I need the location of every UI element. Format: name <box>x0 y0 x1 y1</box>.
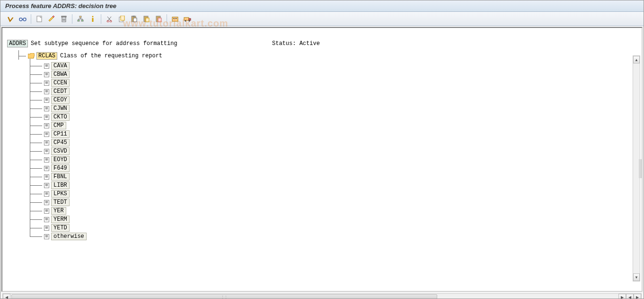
expand-icon[interactable]: ⊞ <box>44 72 49 77</box>
tree-leaf[interactable]: ⊞CP45 <box>30 138 637 147</box>
leaf-label: EOYD <box>51 156 70 163</box>
tree-leaf[interactable]: ⊞FBNL <box>30 172 637 181</box>
pin-button[interactable] <box>141 14 151 24</box>
leaf-label: CEDT <box>51 88 70 95</box>
toolbar-separator <box>101 14 101 24</box>
tree-leaf[interactable]: ⊞LPKS <box>30 190 637 198</box>
tree-root[interactable]: ADDRS Set subtype sequence for address f… <box>7 40 637 47</box>
expand-icon[interactable]: ⊞ <box>44 157 49 163</box>
leaf-label: otherwise <box>51 233 87 240</box>
expand-icon[interactable]: ⊞ <box>44 191 49 197</box>
new-button[interactable] <box>34 14 44 24</box>
tree-leaf[interactable]: ⊞CKTO <box>30 113 637 121</box>
tree-leaf[interactable]: ⊞CJWN <box>30 104 637 113</box>
svg-rect-26 <box>189 18 191 20</box>
leaf-label: LPKS <box>51 190 70 198</box>
tree-leaf[interactable]: ⊞YERM <box>30 215 637 224</box>
tree-leaf[interactable]: ⊞CP11 <box>30 130 637 138</box>
delete-button[interactable] <box>59 14 69 24</box>
container-icon <box>172 16 178 22</box>
tree-leaf[interactable]: ⊞LIBR <box>30 181 637 190</box>
scroll-left-icon[interactable]: ◀ <box>3 294 10 299</box>
expand-icon[interactable]: ⊞ <box>44 183 49 188</box>
expand-icon[interactable]: ⊞ <box>44 149 49 154</box>
expand-icon[interactable]: ⊞ <box>44 123 49 128</box>
expand-icon[interactable]: ⊞ <box>44 234 49 239</box>
svg-rect-21 <box>172 17 178 21</box>
vertical-scrollbar[interactable]: ▲ ▼ <box>633 55 640 281</box>
svg-rect-18 <box>146 18 149 22</box>
expand-icon[interactable]: ⊞ <box>44 106 49 111</box>
copy-button[interactable] <box>116 14 127 24</box>
expand-icon[interactable]: ⊞ <box>44 226 49 231</box>
root-code: ADDRS <box>7 40 28 47</box>
svg-rect-5 <box>79 16 81 18</box>
check-button[interactable] <box>5 14 16 24</box>
container-button[interactable] <box>170 14 180 24</box>
tree-leaf[interactable]: ⊞CAVA <box>30 62 637 70</box>
cut-icon <box>106 16 112 22</box>
status: Status: Active <box>272 40 320 47</box>
paste-button[interactable] <box>129 14 139 24</box>
expand-icon[interactable]: ⊞ <box>44 89 49 94</box>
scrollbar-grip[interactable] <box>639 159 642 178</box>
leaf-label: CBWA <box>51 71 70 78</box>
svg-rect-13 <box>121 16 124 20</box>
tree-leaf[interactable]: ⊞CCEN <box>30 79 637 87</box>
expand-icon[interactable]: ⊞ <box>44 166 49 171</box>
tree-leaf[interactable]: ⊞otherwise <box>30 232 637 241</box>
tree-leaf[interactable]: ⊞CMP <box>30 121 637 130</box>
scrollbar-track[interactable] <box>633 63 640 273</box>
expand-icon[interactable]: ⊞ <box>44 81 49 86</box>
svg-rect-9 <box>92 18 94 22</box>
tree-leaf[interactable]: ⊞YETD <box>30 224 637 232</box>
scrollbar-thumb[interactable]: ⋮⋮ <box>11 294 437 299</box>
toolbar-separator <box>167 14 167 24</box>
cut-button[interactable] <box>104 14 115 24</box>
tree-leaf[interactable]: ⊞EOYD <box>30 155 637 164</box>
leaf-label: TEDT <box>51 199 70 206</box>
delete-icon <box>61 16 67 22</box>
tree-leaf[interactable]: ⊞CSVD <box>30 147 637 155</box>
svg-rect-7 <box>81 20 83 21</box>
copy-icon <box>119 16 125 22</box>
scroll-down-icon[interactable]: ▼ <box>633 273 640 281</box>
expand-icon[interactable]: ⊞ <box>44 132 49 137</box>
scrollbar-track[interactable]: ⋮⋮ <box>10 294 618 299</box>
scroll-right-icon-2[interactable]: ▶ <box>634 294 641 299</box>
expand-icon[interactable]: ⊞ <box>44 115 49 120</box>
svg-rect-25 <box>184 18 189 20</box>
toolbar-separator <box>72 14 72 24</box>
page-title: Process feature ADDRS: decision tree <box>5 2 116 9</box>
tree-leaf[interactable]: ⊞CEDT <box>30 87 637 96</box>
svg-rect-22 <box>173 18 174 19</box>
scroll-up-icon[interactable]: ▲ <box>633 56 640 63</box>
edit-button[interactable] <box>46 14 57 24</box>
leaf-label: CKTO <box>51 113 70 121</box>
transport-button[interactable] <box>182 14 193 24</box>
tree-leaf[interactable]: ⊞YER <box>30 207 637 215</box>
info-button[interactable] <box>88 14 98 24</box>
unpin-icon <box>156 16 162 22</box>
scroll-right-icon[interactable]: ▶ <box>618 294 626 299</box>
tree-leaf[interactable]: ⊞F649 <box>30 164 637 172</box>
paste-icon <box>131 16 137 22</box>
tree-leaf[interactable]: ⊞TEDT <box>30 198 637 207</box>
display-button[interactable] <box>18 14 28 24</box>
expand-icon[interactable]: ⊞ <box>44 200 49 205</box>
expand-icon[interactable]: ⊞ <box>44 208 49 214</box>
svg-point-28 <box>189 20 190 21</box>
tree-leaf[interactable]: ⊞CEOY <box>30 96 637 104</box>
horizontal-scrollbar[interactable]: ◀ ⋮⋮ ▶ ◀ ▶ <box>2 293 642 299</box>
tree-branch[interactable]: RCLAS Class of the requesting report <box>18 52 637 60</box>
unpin-button[interactable] <box>153 14 164 24</box>
expand-icon[interactable]: ⊞ <box>44 98 49 103</box>
expand-icon[interactable]: ⊞ <box>44 174 49 180</box>
tree-leaf[interactable]: ⊞CBWA <box>30 70 637 79</box>
expand-icon[interactable]: ⊞ <box>44 140 49 145</box>
title-bar: Process feature ADDRS: decision tree <box>0 0 644 12</box>
expand-icon[interactable]: ⊞ <box>44 63 49 69</box>
scroll-left-icon-2[interactable]: ◀ <box>626 294 634 299</box>
expand-icon[interactable]: ⊞ <box>44 217 49 222</box>
hierarchy-button[interactable] <box>75 14 86 24</box>
